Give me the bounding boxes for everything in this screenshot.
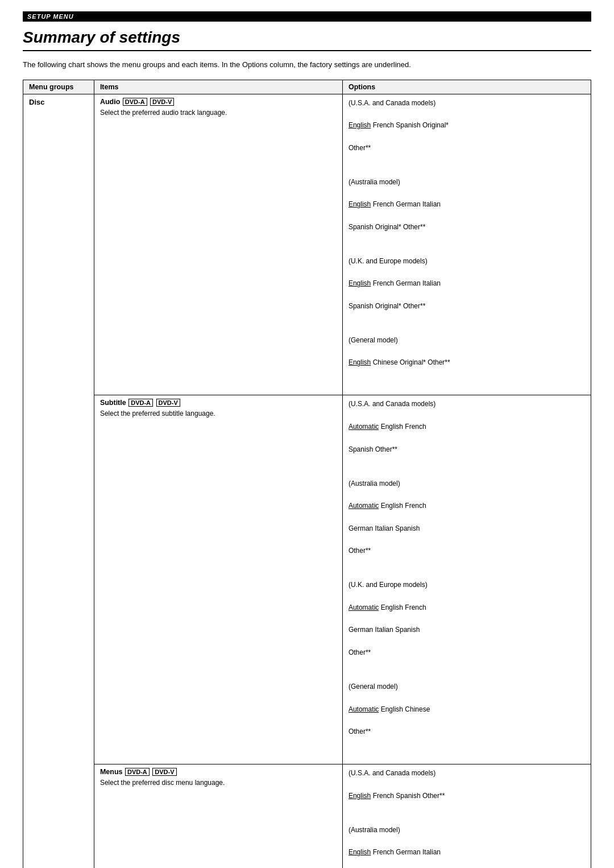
item-cell: Subtitle DVD-A DVD-V Select the preferre…	[94, 395, 342, 764]
underline-option: English	[349, 848, 371, 856]
model-label: (Australia model)	[349, 177, 585, 188]
options-cell: (U.S.A. and Canada models)English French…	[342, 764, 591, 868]
options-line: English Chinese Original* Other**	[349, 357, 585, 368]
group-cell: Disc	[23, 94, 94, 868]
table-row: Subtitle DVD-A DVD-V Select the preferre…	[23, 395, 591, 764]
item-desc: Select the preferred subtitle language.	[100, 408, 337, 419]
options-line: Other**	[349, 143, 585, 154]
options-line: German Italian Spanish	[349, 523, 585, 534]
options-line: Automatic English French	[349, 421, 585, 432]
underline-option: Automatic	[349, 502, 379, 510]
underline-option: English	[349, 358, 371, 366]
group-label: Disc	[29, 98, 44, 106]
options-line: Other**	[349, 726, 585, 737]
setup-menu-bar: SETUP MENU	[23, 11, 591, 22]
underline-option: Automatic	[349, 705, 379, 713]
underline-option: English	[349, 792, 371, 800]
options-line: Spanish Original* Other**	[349, 222, 585, 233]
underline-option: Automatic	[349, 423, 379, 431]
item-desc: Select the preferred audio track languag…	[100, 108, 337, 118]
model-label: (U.K. and Europe models)	[349, 580, 585, 590]
badge: DVD-V	[152, 768, 176, 776]
model-label: (Australia model)	[349, 825, 585, 836]
item-desc: Select the preferred disc menu language.	[100, 778, 337, 788]
underline-option: Automatic	[349, 604, 379, 611]
item-title: Audio DVD-A DVD-V	[100, 98, 337, 106]
options-cell: (U.S.A. and Canada models)Automatic Engl…	[342, 395, 591, 764]
options-line: English French German Italian	[349, 199, 585, 210]
options-line: Other**	[349, 647, 585, 658]
options-line: Spanish Original* Other**	[349, 301, 585, 312]
table-row: DiscAudio DVD-A DVD-V Select the preferr…	[23, 94, 591, 395]
options-cell: (U.S.A. and Canada models)English French…	[342, 94, 591, 395]
options-line: Automatic English Chinese	[349, 704, 585, 715]
options-line: English French German Italian	[349, 278, 585, 289]
model-label: (U.S.A. and Canada models)	[349, 98, 585, 109]
options-line: Spanish Other**	[349, 444, 585, 455]
options-line: German Italian Spanish	[349, 625, 585, 635]
item-cell: Audio DVD-A DVD-V Select the preferred a…	[94, 94, 342, 395]
options-line: Automatic English French	[349, 501, 585, 511]
options-line: English French Spanish Original*	[349, 120, 585, 131]
options-line: Automatic English French	[349, 602, 585, 613]
item-cell: Menus DVD-A DVD-V Select the preferred d…	[94, 764, 342, 868]
item-title: Menus DVD-A DVD-V	[100, 768, 337, 776]
underline-option: English	[349, 121, 371, 129]
settings-table: Menu groups Items Options DiscAudio DVD-…	[23, 80, 591, 869]
item-title: Subtitle DVD-A DVD-V	[100, 399, 337, 407]
model-label: (U.S.A. and Canada models)	[349, 399, 585, 410]
page-wrapper: SETUP MENU Summary of settings The follo…	[0, 0, 614, 868]
model-label: (General model)	[349, 681, 585, 692]
model-label: (U.S.A. and Canada models)	[349, 768, 585, 779]
options-line: Other**	[349, 545, 585, 556]
badge: DVD-A	[123, 98, 147, 106]
underline-option: English	[349, 200, 371, 208]
table-row: Menus DVD-A DVD-V Select the preferred d…	[23, 764, 591, 868]
model-label: (General model)	[349, 335, 585, 346]
intro-text: The following chart shows the menu group…	[23, 59, 591, 71]
options-line: English French German Italian	[349, 847, 585, 858]
underline-option: English	[349, 279, 371, 287]
badge: DVD-V	[156, 399, 180, 407]
options-line: English French Spanish Other**	[349, 791, 585, 801]
page-title: Summary of settings	[23, 28, 591, 51]
model-label: (U.K. and Europe models)	[349, 256, 585, 267]
badge: DVD-A	[128, 399, 153, 407]
badge: DVD-V	[150, 98, 174, 106]
header-items: Items	[94, 80, 342, 94]
header-options: Options	[342, 80, 591, 94]
model-label: (Australia model)	[349, 478, 585, 489]
header-menu-groups: Menu groups	[23, 80, 94, 94]
badge: DVD-A	[125, 768, 150, 776]
